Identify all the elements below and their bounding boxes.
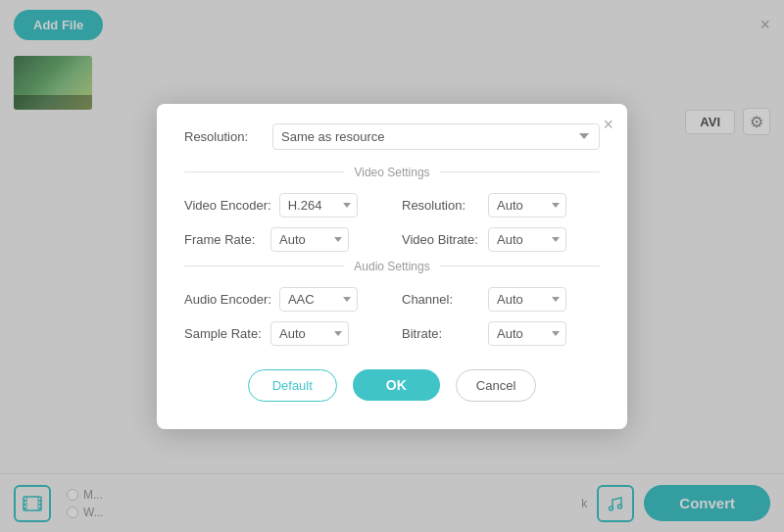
bitrate-row: Bitrate: Auto bbox=[402, 321, 600, 346]
audio-settings-grid: Audio Encoder: AAC Channel: Auto Sample … bbox=[184, 287, 600, 346]
video-encoder-select[interactable]: H.264 bbox=[279, 193, 358, 218]
modal-close-button[interactable]: × bbox=[603, 116, 613, 133]
video-encoder-row: Video Encoder: H.264 bbox=[184, 193, 382, 218]
bitrate-label: Bitrate: bbox=[402, 326, 480, 341]
audio-encoder-label: Audio Encoder: bbox=[184, 292, 271, 307]
video-bitrate-select[interactable]: Auto bbox=[488, 227, 566, 252]
default-button[interactable]: Default bbox=[248, 369, 337, 402]
resolution-sub-row: Resolution: Auto bbox=[402, 193, 600, 218]
resolution-sub-label: Resolution: bbox=[402, 198, 480, 213]
audio-encoder-row: Audio Encoder: AAC bbox=[184, 287, 382, 312]
video-bitrate-row: Video Bitrate: Auto bbox=[402, 227, 600, 252]
resolution-main-select[interactable]: Same as resource bbox=[272, 123, 600, 150]
sample-rate-row: Sample Rate: Auto bbox=[184, 321, 382, 346]
audio-settings-divider: Audio Settings bbox=[184, 260, 600, 273]
cancel-button[interactable]: Cancel bbox=[456, 369, 536, 402]
audio-encoder-select[interactable]: AAC bbox=[279, 287, 358, 312]
frame-rate-row: Frame Rate: Auto bbox=[184, 227, 382, 252]
ok-button[interactable]: OK bbox=[353, 369, 440, 401]
modal-buttons: Default OK Cancel bbox=[184, 369, 600, 402]
bitrate-select[interactable]: Auto bbox=[488, 321, 566, 346]
video-encoder-label: Video Encoder: bbox=[184, 198, 271, 213]
resolution-row: Resolution: Same as resource bbox=[184, 123, 600, 150]
frame-rate-label: Frame Rate: bbox=[184, 232, 263, 247]
video-settings-label: Video Settings bbox=[354, 166, 429, 179]
video-settings-grid: Video Encoder: H.264 Resolution: Auto Fr… bbox=[184, 193, 600, 252]
settings-modal: × Resolution: Same as resource Video Set… bbox=[157, 104, 627, 429]
resolution-sub-select[interactable]: Auto bbox=[488, 193, 566, 218]
video-bitrate-label: Video Bitrate: bbox=[402, 232, 480, 247]
modal-overlay: × Resolution: Same as resource Video Set… bbox=[0, 0, 784, 532]
video-settings-divider: Video Settings bbox=[184, 166, 600, 179]
resolution-main-label: Resolution: bbox=[184, 129, 272, 144]
channel-row: Channel: Auto bbox=[402, 287, 600, 312]
sample-rate-label: Sample Rate: bbox=[184, 326, 263, 341]
audio-settings-label: Audio Settings bbox=[354, 260, 429, 273]
frame-rate-select[interactable]: Auto bbox=[270, 227, 349, 252]
app-background: Add File × AVI ⚙ bbox=[0, 0, 784, 532]
channel-select[interactable]: Auto bbox=[488, 287, 566, 312]
channel-label: Channel: bbox=[402, 292, 480, 307]
sample-rate-select[interactable]: Auto bbox=[270, 321, 349, 346]
